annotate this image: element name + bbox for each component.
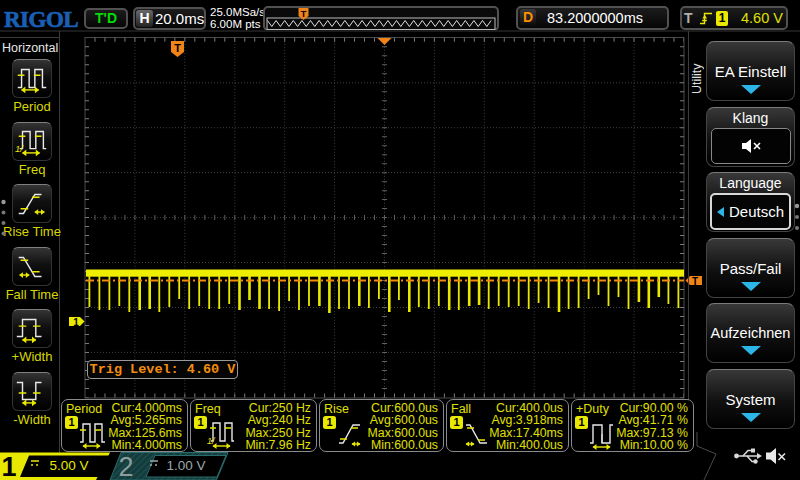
svg-text:2: 2 <box>118 452 133 480</box>
svg-text:1.00 V: 1.00 V <box>166 458 205 473</box>
svg-text:T: T <box>174 42 181 54</box>
svg-text:1: 1 <box>73 317 79 328</box>
svg-text:5.00 V: 5.00 V <box>49 458 88 473</box>
svg-text:T: T <box>692 276 698 287</box>
svg-text:1: 1 <box>1 452 16 480</box>
